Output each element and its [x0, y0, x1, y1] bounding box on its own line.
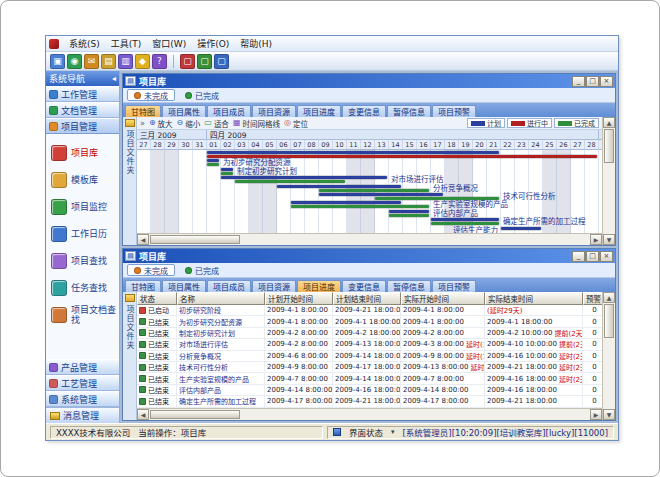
- exit-icon[interactable]: ▢: [180, 54, 195, 69]
- maximize-button[interactable]: □: [586, 76, 599, 87]
- minimize-button[interactable]: _: [572, 76, 585, 87]
- gridlines-button[interactable]: ▦时间网格线: [233, 118, 280, 129]
- view-tab[interactable]: 项目资源: [252, 280, 296, 292]
- folder-side-tab[interactable]: 项目文件夹: [123, 292, 137, 420]
- actual-bar[interactable]: [235, 180, 345, 183]
- view-tab[interactable]: 项目预警: [432, 280, 476, 292]
- plan-bar[interactable]: [291, 201, 401, 204]
- chevron-right-icon[interactable]: »: [140, 119, 145, 128]
- folder-icon[interactable]: ▤: [101, 54, 116, 69]
- menu-item[interactable]: 帮助(H): [235, 36, 277, 51]
- vertical-scrollbar[interactable]: ▲▼: [602, 117, 615, 245]
- column-header[interactable]: 名称: [177, 292, 265, 305]
- plan-bar[interactable]: [431, 218, 499, 221]
- view-tab[interactable]: 项目资源: [252, 105, 296, 117]
- window-titlebar[interactable]: ▤项目库_□×: [123, 249, 615, 263]
- cascade-window-icon[interactable]: ▢: [197, 54, 212, 69]
- horizontal-scrollbar[interactable]: ◀▶: [137, 408, 602, 420]
- view-tab[interactable]: 项目成员: [207, 280, 251, 292]
- plan-bar[interactable]: [221, 176, 387, 179]
- close-button[interactable]: ×: [600, 251, 613, 262]
- horizontal-scrollbar[interactable]: ◀▶: [137, 233, 602, 245]
- plan-bar[interactable]: [389, 210, 429, 213]
- scrollbar-thumb[interactable]: [150, 410, 240, 419]
- view-tab[interactable]: 项目属性: [162, 280, 206, 292]
- vertical-scrollbar[interactable]: ▲▼: [602, 292, 615, 420]
- actual-bar[interactable]: [319, 189, 429, 192]
- lock-icon[interactable]: ◆: [135, 54, 150, 69]
- mail-icon[interactable]: ✉: [84, 54, 99, 69]
- plan-bar[interactable]: [207, 151, 499, 154]
- column-header[interactable]: 计划结束时间: [333, 292, 401, 305]
- maximize-button[interactable]: □: [586, 251, 599, 262]
- close-button[interactable]: ×: [600, 76, 613, 87]
- actual-bar[interactable]: [207, 163, 219, 166]
- sidebar-tab-messages[interactable]: 消息管理: [46, 407, 119, 423]
- folder-side-tab[interactable]: 项目文件夹: [123, 117, 137, 245]
- view-tab[interactable]: 暂停信息: [387, 280, 431, 292]
- view-tab[interactable]: 项目预警: [432, 105, 476, 117]
- scroll-right-button[interactable]: ▶: [590, 409, 602, 420]
- globe-icon[interactable]: ◉: [67, 54, 82, 69]
- scroll-left-button[interactable]: ◀: [137, 234, 149, 245]
- view-tab[interactable]: 项目进度: [297, 105, 341, 117]
- scroll-up-button[interactable]: ▲: [603, 117, 615, 128]
- column-header[interactable]: 状态: [137, 292, 177, 305]
- plan-bar[interactable]: [501, 227, 541, 230]
- status-tab[interactable]: 已完成: [178, 89, 226, 101]
- view-tab[interactable]: 项目属性: [162, 105, 206, 117]
- sidebar-item[interactable]: 项目库: [46, 139, 119, 166]
- scrollbar-thumb[interactable]: [604, 129, 614, 163]
- scrollbar-thumb[interactable]: [604, 304, 614, 338]
- monitor-icon[interactable]: ▣: [50, 54, 65, 69]
- minimize-button[interactable]: _: [572, 251, 585, 262]
- view-tab[interactable]: 项目成员: [207, 105, 251, 117]
- sidebar-group[interactable]: 项目管理: [46, 118, 119, 134]
- table-row[interactable]: 已结束技术可行性分析2009-4-9 8:00:002009-4-17 18:0…: [137, 362, 602, 373]
- fit-button[interactable]: ▭适合: [204, 118, 229, 129]
- sidebar-item[interactable]: 项目监控: [46, 193, 119, 220]
- status-tab[interactable]: 已完成: [178, 264, 226, 276]
- menu-item[interactable]: 窗口(W): [147, 36, 191, 51]
- table-row[interactable]: 已结束生产实验室规模的产品2009-4-7 8:00:002009-4-14 1…: [137, 373, 602, 384]
- tile-window-icon[interactable]: ▢: [214, 54, 229, 69]
- menu-item[interactable]: 工具(T): [106, 36, 147, 51]
- column-header[interactable]: 预警: [583, 292, 602, 305]
- scroll-up-button[interactable]: ▲: [603, 292, 615, 303]
- column-header[interactable]: 实际开始时间: [401, 292, 485, 305]
- sidebar-group[interactable]: 产品管理: [46, 359, 119, 375]
- sidebar-item[interactable]: 任务查找: [46, 274, 119, 301]
- sidebar-item[interactable]: 模板库: [46, 166, 119, 193]
- actual-bar[interactable]: [389, 214, 429, 217]
- plan-bar[interactable]: [319, 193, 443, 196]
- view-tab[interactable]: 变更信息: [342, 105, 386, 117]
- help-icon[interactable]: ?: [152, 54, 167, 69]
- scroll-right-button[interactable]: ▶: [590, 234, 602, 245]
- plan-bar[interactable]: [207, 159, 219, 162]
- plan-bar[interactable]: [277, 185, 401, 188]
- table-row[interactable]: 已结束对市场进行评估2009-4-2 8:00:002009-4-13 18:0…: [137, 339, 602, 350]
- plan-bar[interactable]: [221, 168, 233, 171]
- actual-bar[interactable]: [431, 222, 499, 225]
- sidebar-item[interactable]: 工作日历: [46, 220, 119, 247]
- locate-button[interactable]: ◎定位: [284, 118, 308, 129]
- scroll-left-button[interactable]: ◀: [137, 409, 149, 420]
- sidebar-group[interactable]: 工艺管理: [46, 375, 119, 391]
- status-tab[interactable]: 未完成: [127, 89, 175, 101]
- table-row[interactable]: 已结束确定生产所需的加工过程2009-4-17 8:00:002009-4-21…: [137, 396, 602, 407]
- view-tab[interactable]: 暂停信息: [387, 105, 431, 117]
- zoom-in-button[interactable]: ⊕放大: [149, 118, 173, 129]
- table-row[interactable]: 已启动初步研究阶段2009-4-1 8:00:002009-4-21 18:00…: [137, 305, 602, 316]
- table-row[interactable]: 已结束分析竞争概况2009-4-6 8:00:002009-4-14 18:00…: [137, 351, 602, 362]
- scroll-down-button[interactable]: ▼: [603, 409, 615, 420]
- table-row[interactable]: 已结束制定初步研究计划2009-4-2 8:00:002009-4-2 18:0…: [137, 328, 602, 339]
- report-icon[interactable]: ▥: [118, 54, 133, 69]
- table-row[interactable]: 已结束为初步研究分配资源2009-4-1 8:00:002009-4-1 18:…: [137, 316, 602, 327]
- sidebar-group[interactable]: 系统管理: [46, 391, 119, 407]
- table-row[interactable]: 已结束评估内部产品2009-4-14 8:00:002009-4-16 18:0…: [137, 385, 602, 396]
- status-tab[interactable]: 未完成: [127, 264, 175, 276]
- sidebar-group[interactable]: 文档管理: [46, 102, 119, 118]
- actual-bar[interactable]: [221, 172, 233, 175]
- collapse-icon[interactable]: ◂: [112, 74, 116, 83]
- actual-bar[interactable]: [291, 205, 429, 208]
